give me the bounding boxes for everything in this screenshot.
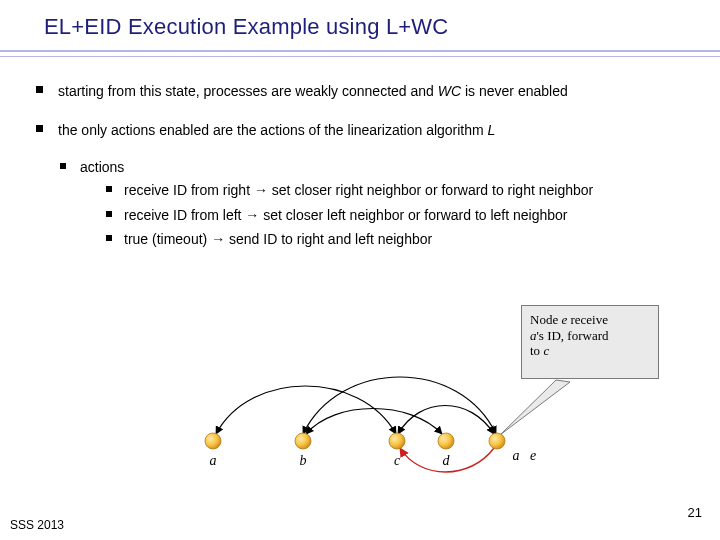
actions-list: receive ID from right → set closer right… [80, 181, 700, 250]
svg-point-0 [205, 433, 221, 449]
svg-point-4 [489, 433, 505, 449]
sub-bullet-actions: actions receive ID from right → set clos… [58, 158, 700, 250]
label-e: e [530, 448, 536, 463]
svg-point-2 [389, 433, 405, 449]
node-c [389, 433, 405, 449]
label-c: c [394, 453, 401, 468]
action-3: true (timeout) → send ID to right and le… [104, 230, 700, 249]
sub-bullet-list: actions receive ID from right → set clos… [58, 158, 700, 250]
bullet-list: starting from this state, processes are … [30, 82, 700, 249]
title-underline [0, 50, 720, 60]
node-b [295, 433, 311, 449]
arc-b-e [303, 377, 496, 434]
content-area: starting from this state, processes are … [0, 60, 720, 249]
node-e [489, 433, 505, 449]
page-number: 21 [688, 505, 702, 520]
svg-point-1 [295, 433, 311, 449]
arc-a-c [216, 386, 396, 434]
text: starting from this state, processes are … [58, 83, 438, 99]
text-italic: L [488, 122, 496, 138]
arc-b-d [306, 409, 442, 435]
label-b: b [300, 453, 307, 468]
label-a2: a [513, 448, 520, 463]
text: the only actions enabled are the actions… [58, 122, 488, 138]
bullet-1: starting from this state, processes are … [30, 82, 700, 101]
slide: EL+EID Execution Example using L+WC star… [0, 0, 720, 540]
bullet-2: the only actions enabled are the actions… [30, 121, 700, 249]
node-a [205, 433, 221, 449]
node-d [438, 433, 454, 449]
text-italic: WC [438, 83, 461, 99]
slide-title: EL+EID Execution Example using L+WC [0, 0, 720, 46]
callout-pointer [500, 380, 570, 435]
label-d: d [443, 453, 451, 468]
text: is never enabled [461, 83, 568, 99]
svg-point-3 [438, 433, 454, 449]
footer-conference: SSS 2013 [10, 518, 64, 532]
diagram: a b c d a e [0, 300, 720, 520]
text: actions [80, 159, 124, 175]
label-a: a [210, 453, 217, 468]
action-1: receive ID from right → set closer right… [104, 181, 700, 200]
action-2: receive ID from left → set closer left n… [104, 206, 700, 225]
